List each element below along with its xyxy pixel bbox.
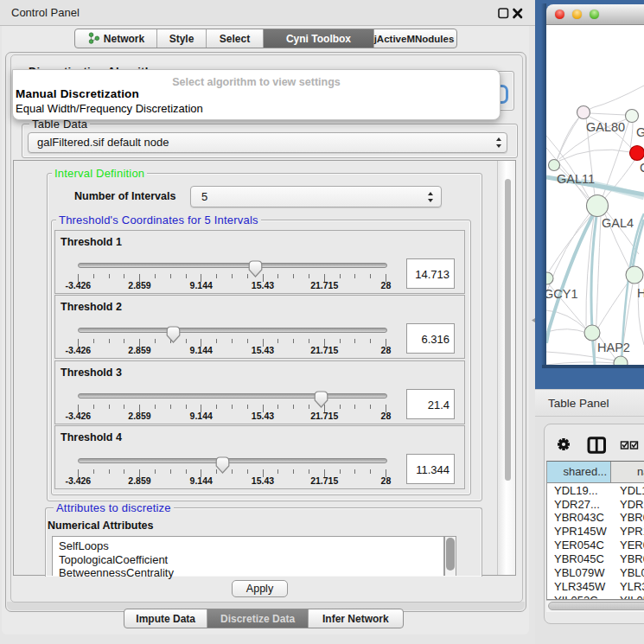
svg-text:HAP2: HAP2 — [597, 341, 630, 354]
svg-text:GAL3: GAL3 — [636, 125, 644, 139]
svg-text:GAL4: GAL4 — [602, 216, 634, 230]
svg-text:GAL11: GAL11 — [557, 172, 595, 186]
svg-text:GAL2: GAL2 — [640, 161, 644, 175]
svg-text:HIS4: HIS4 — [637, 286, 644, 300]
svg-text:GCY1: GCY1 — [546, 287, 578, 301]
svg-text:GAL80: GAL80 — [586, 120, 625, 134]
